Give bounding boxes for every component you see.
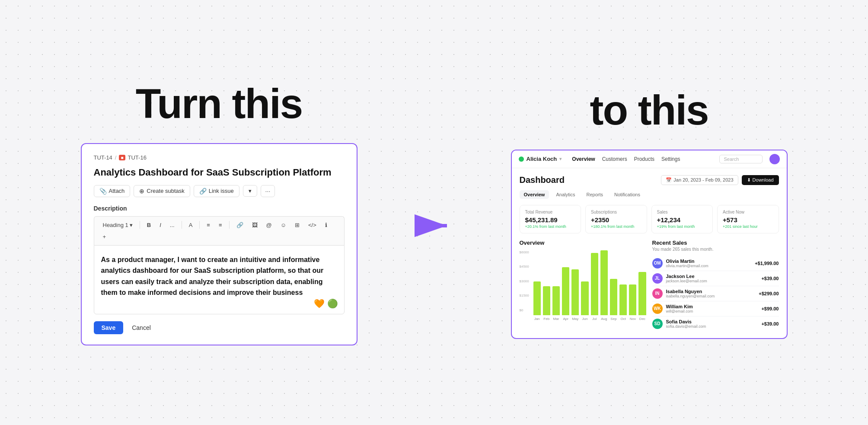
align-left-button[interactable]: ≡	[203, 220, 214, 230]
toolbar-separator-3	[199, 221, 200, 229]
nav-chevron-icon: ▾	[559, 157, 562, 161]
save-button[interactable]: Save	[94, 321, 124, 334]
overview-chart-panel: Overview $6000 $4500 $3000 $1500 $0 JanF…	[520, 240, 646, 331]
dashboard-header: Dashboard 📅 Jan 20, 2023 - Feb 09, 2023 …	[520, 175, 779, 185]
bold-button[interactable]: B	[144, 220, 154, 230]
chart-bar-aug[interactable]	[600, 250, 608, 315]
sale-avatar-2: IN	[652, 288, 663, 299]
left-headline: Turn this	[136, 80, 303, 128]
dashboard-body: Dashboard 📅 Jan 20, 2023 - Feb 09, 2023 …	[512, 168, 787, 338]
attach-button[interactable]: 📎 Attach	[94, 185, 131, 197]
y-label-0: $0	[520, 308, 529, 312]
hyperlink-button[interactable]: 🔗	[233, 220, 247, 230]
right-column: to this Alicia Koch ▾ Overview Customers…	[479, 86, 819, 339]
description-label: Description	[94, 205, 345, 212]
date-range-text: Jan 20, 2023 - Feb 09, 2023	[673, 177, 733, 182]
dashboard-actions: 📅 Jan 20, 2023 - Feb 09, 2023 ⬇ Download	[661, 175, 779, 185]
sale-info-1: Jackson Lee jackson.lee@email.com	[666, 274, 758, 283]
editor-icons: 🧡 🟢	[314, 298, 338, 309]
sale-info-4: Sofia Davis sofia.davis@email.com	[666, 319, 758, 329]
subtask-icon: ⊕	[139, 188, 144, 195]
metric-total-revenue: Total Revenue $45,231.89 +20.1% from las…	[520, 205, 581, 233]
info-button[interactable]: ℹ	[322, 220, 331, 230]
sale-amount-3: +$99.00	[761, 306, 779, 311]
chart-bar-jul[interactable]	[591, 253, 598, 315]
chevron-down-icon: ▾	[130, 222, 133, 228]
sale-amount-1: +$39.00	[761, 276, 779, 281]
y-axis: $6000 $4500 $3000 $1500 $0	[520, 250, 529, 312]
cancel-button[interactable]: Cancel	[128, 321, 155, 334]
breadcrumb-separator: /	[115, 154, 117, 161]
create-subtask-button[interactable]: ⊕ Create subtask	[134, 185, 190, 197]
nav-search[interactable]: Search	[719, 155, 763, 163]
metric-value-active: +573	[723, 216, 773, 224]
sale-name-1: Jackson Lee	[666, 274, 758, 279]
metric-label-sales: Sales	[657, 210, 708, 214]
tab-overview[interactable]: Overview	[520, 190, 549, 199]
chart-bar-dec[interactable]	[638, 272, 646, 315]
chart-bar-nov[interactable]	[629, 284, 636, 315]
more-format-button[interactable]: ...	[166, 220, 178, 230]
chart-bar-apr[interactable]	[562, 267, 569, 315]
sale-email-1: jackson.lee@email.com	[666, 279, 758, 283]
link-issue-button[interactable]: 🔗 Link issue	[194, 185, 239, 197]
align-right-button[interactable]: ≡	[215, 220, 226, 230]
chart-bar-jan[interactable]	[533, 281, 541, 315]
action-bar: 📎 Attach ⊕ Create subtask 🔗 Link issue ▾…	[94, 185, 345, 197]
sale-email-4: sofia.davis@email.com	[666, 324, 758, 329]
y-label-1500: $1500	[520, 294, 529, 297]
chart-bar-feb[interactable]	[543, 286, 550, 315]
download-button[interactable]: ⬇ Download	[742, 175, 779, 185]
sale-name-0: Olivia Martin	[666, 259, 752, 264]
chart-bar-oct[interactable]	[619, 284, 627, 315]
tab-notifications[interactable]: Notifications	[610, 190, 645, 199]
emoji-button[interactable]: ☺	[277, 220, 290, 230]
mention-button[interactable]: @	[263, 220, 275, 230]
tab-reports[interactable]: Reports	[582, 190, 607, 199]
code-button[interactable]: </>	[305, 220, 320, 230]
calendar-icon: 📅	[666, 177, 672, 183]
editor-footer: Save Cancel	[94, 321, 345, 334]
nav-logo: Alicia Koch ▾	[519, 156, 562, 162]
sale-row-0: OM Olivia Martin olivia.martin@email.com…	[652, 256, 779, 271]
more-button[interactable]: ···	[261, 185, 275, 197]
chart-bar-mar[interactable]	[552, 286, 560, 315]
table-button[interactable]: ⊞	[291, 220, 303, 230]
metric-subscriptions: Subscriptions +2350 +180.1% from last mo…	[585, 205, 647, 233]
sale-row-1: JL Jackson Lee jackson.lee@email.com +$3…	[652, 271, 779, 286]
recent-sales-title: Recent Sales	[652, 240, 779, 246]
nav-link-customers[interactable]: Customers	[602, 156, 627, 162]
metric-value-revenue: $45,231.89	[525, 216, 576, 224]
heading-selector[interactable]: Heading 1 ▾	[99, 220, 136, 230]
nav-link-overview[interactable]: Overview	[572, 156, 595, 162]
right-headline: to this	[590, 86, 708, 134]
nav-link-products[interactable]: Products	[634, 156, 654, 162]
nav-link-settings[interactable]: Settings	[661, 156, 680, 162]
y-label-6000: $6000	[520, 250, 529, 254]
toolbar-separator-4	[229, 221, 230, 229]
date-range-badge: 📅 Jan 20, 2023 - Feb 09, 2023	[661, 175, 738, 185]
paperclip-icon: 📎	[99, 188, 107, 195]
sale-email-3: will@email.com	[666, 309, 758, 313]
sale-info-0: Olivia Martin olivia.martin@email.com	[666, 259, 752, 268]
metrics-row: Total Revenue $45,231.89 +20.1% from las…	[520, 205, 779, 233]
heart-icon: 🧡	[314, 298, 325, 309]
chart-bar-may[interactable]	[571, 269, 579, 315]
toolbar-separator-2	[182, 221, 182, 229]
sales-list: OM Olivia Martin olivia.martin@email.com…	[652, 256, 779, 331]
dashboard-tabs: Overview Analytics Reports Notifications	[520, 190, 779, 199]
italic-button[interactable]: I	[156, 220, 165, 230]
nav-username: Alicia Koch	[527, 156, 557, 162]
nav-avatar	[769, 154, 780, 164]
chart-bar-jun[interactable]	[581, 281, 588, 315]
overview-chart	[533, 250, 646, 324]
tab-analytics[interactable]: Analytics	[552, 190, 579, 199]
expand-button[interactable]: ▾	[243, 185, 257, 197]
image-button[interactable]: 🖼	[249, 220, 261, 230]
editor-body[interactable]: As a product manager, I want to create a…	[94, 245, 345, 314]
y-label-3000: $3000	[520, 279, 529, 283]
text-color-button[interactable]: A	[185, 220, 196, 230]
add-button[interactable]: +	[99, 232, 110, 242]
chart-bar-sep[interactable]	[610, 279, 617, 315]
metric-change-subs: +180.1% from last month	[591, 224, 641, 229]
